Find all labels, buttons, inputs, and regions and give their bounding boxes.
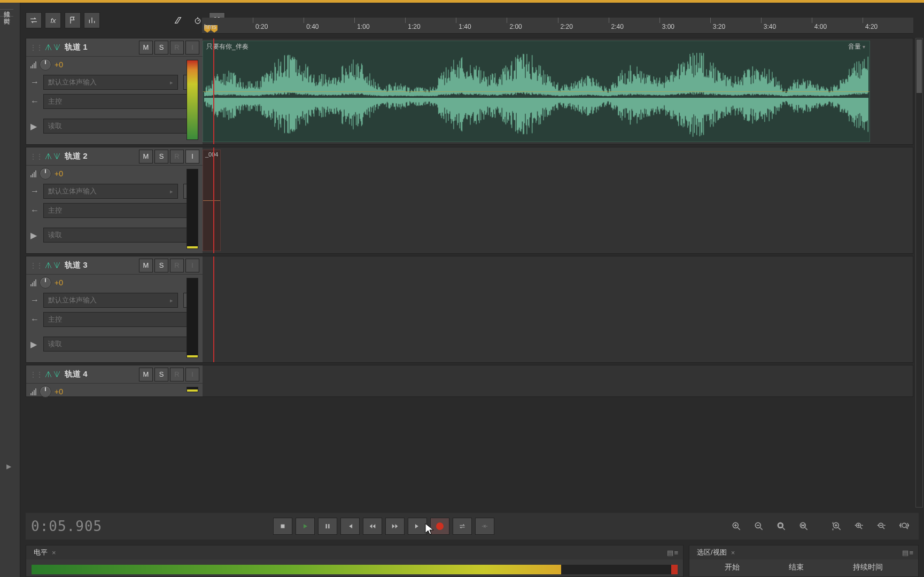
zoom-out-time-button[interactable] — [873, 518, 891, 534]
input-dropdown[interactable]: 默认立体声输入 — [43, 184, 178, 199]
play-button[interactable] — [296, 518, 315, 535]
selection-tab-close[interactable]: × — [731, 549, 735, 557]
levels-button[interactable] — [84, 12, 100, 28]
skip-selection-button[interactable] — [475, 518, 494, 535]
track-lane[interactable]: 只要有你_伴奏 音量 — [203, 38, 913, 144]
recording-clip[interactable]: _004 — [203, 150, 221, 251]
track-grip[interactable]: ⋮⋮ — [29, 261, 42, 270]
skip-start-button[interactable] — [340, 518, 360, 535]
monitor-input-button[interactable]: I — [185, 41, 199, 54]
pause-button[interactable] — [318, 518, 337, 535]
forward-button[interactable] — [385, 518, 405, 535]
selection-tab[interactable]: 选区/视图 — [694, 547, 730, 558]
track-2: ⋮⋮ ⩚⩛ 轨道 2 M S R I +0 →默认立体声输入 ←主控 ▶读取 _… — [26, 147, 913, 254]
levels-tab-close[interactable]: × — [52, 549, 56, 557]
zoom-full-button[interactable] — [895, 518, 913, 534]
loop-playback-button[interactable] — [453, 518, 472, 535]
zoom-in-button[interactable] — [727, 518, 746, 534]
automation-dropdown[interactable]: 读取 — [43, 228, 198, 243]
monitor-input-button[interactable]: I — [185, 368, 199, 381]
output-dropdown[interactable]: 主控 — [43, 312, 198, 327]
track-grip[interactable]: ⋮⋮ — [29, 152, 42, 161]
timeline-ruler[interactable]: hms 0:200:401:001:201:402:002:202:403:00… — [202, 18, 913, 34]
mute-button[interactable]: M — [139, 259, 153, 272]
track-name[interactable]: 轨道 3 — [65, 260, 137, 270]
zoom-in-time-button[interactable] — [850, 518, 868, 534]
track-meter — [187, 60, 198, 140]
track-lane[interactable]: _004 — [203, 147, 913, 253]
levels-panel-menu[interactable]: ▤≡ — [667, 549, 679, 557]
mute-button[interactable]: M — [139, 150, 153, 163]
automation-play-icon[interactable]: ▶ — [30, 121, 40, 131]
ruler-mark: 0:20 — [253, 18, 268, 23]
input-dropdown[interactable]: 默认立体声输入 — [43, 293, 178, 308]
rewind-button[interactable] — [363, 518, 382, 535]
pan-knob[interactable] — [40, 386, 51, 397]
arm-record-button[interactable]: R — [170, 259, 184, 272]
zoom-out-button[interactable] — [750, 518, 768, 534]
arm-record-button[interactable]: R — [170, 368, 184, 381]
mute-button[interactable]: M — [139, 41, 153, 54]
pan-knob[interactable] — [40, 168, 51, 180]
gain-value[interactable]: +0 — [55, 387, 63, 396]
vertical-scrollbar[interactable] — [915, 38, 923, 508]
playhead[interactable] — [213, 38, 214, 144]
left-expand-icon[interactable]: ▶ — [6, 463, 11, 470]
zoom-selection-button[interactable] — [795, 518, 813, 534]
solo-button[interactable]: S — [154, 368, 168, 381]
gain-value[interactable]: +0 — [55, 169, 63, 178]
zoom-in-vertical-button[interactable] — [828, 518, 846, 534]
tracks-area: ⋮⋮ ⩚⩛ 轨道 1 M S R I +0 →默认立体声输入 ←主控 ▶读取 只… — [26, 38, 913, 508]
zoom-fit-button[interactable] — [772, 518, 790, 534]
loop-toggle-button[interactable] — [26, 12, 42, 28]
track-meter — [187, 169, 198, 249]
solo-button[interactable]: S — [154, 259, 168, 272]
left-tab-2[interactable]: 类时 — [0, 10, 13, 17]
marker-button[interactable] — [65, 12, 81, 28]
track-name[interactable]: 轨道 4 — [65, 369, 137, 379]
clip-volume-menu[interactable]: 音量 — [848, 42, 865, 51]
automation-dropdown[interactable]: 读取 — [43, 119, 198, 134]
playhead[interactable] — [213, 147, 214, 253]
automation-play-icon[interactable]: ▶ — [30, 230, 40, 240]
track-lane[interactable] — [203, 365, 913, 396]
ruler-mark: 1:00 — [354, 18, 369, 23]
track-name[interactable]: 轨道 2 — [65, 151, 137, 161]
automation-dropdown[interactable]: 读取 — [43, 337, 198, 352]
skew-button[interactable] — [170, 12, 186, 28]
svg-point-0 — [195, 19, 200, 24]
stop-button[interactable] — [273, 518, 292, 535]
track-grip[interactable]: ⋮⋮ — [29, 43, 42, 52]
output-dropdown[interactable]: 主控 — [43, 203, 198, 218]
input-dropdown[interactable]: 默认立体声输入 — [43, 75, 178, 90]
pan-knob[interactable] — [40, 277, 51, 288]
arm-record-button[interactable]: R — [170, 41, 184, 54]
automation-play-icon[interactable]: ▶ — [30, 339, 40, 349]
timecode[interactable]: 0:05.905 — [31, 518, 102, 534]
svg-rect-6 — [328, 524, 329, 528]
ruler-mark: 2:00 — [507, 18, 522, 23]
audio-clip[interactable]: 只要有你_伴奏 音量 — [203, 41, 870, 142]
gain-value[interactable]: +0 — [55, 278, 63, 287]
input-icon: → — [30, 77, 40, 87]
track-grip[interactable]: ⋮⋮ — [29, 370, 42, 379]
selection-panel-menu[interactable]: ▤≡ — [902, 549, 914, 557]
gain-value[interactable]: +0 — [55, 60, 63, 69]
track-lane[interactable] — [203, 256, 913, 362]
solo-button[interactable]: S — [154, 41, 168, 54]
ruler-mark: 4:00 — [812, 18, 827, 23]
levels-tab[interactable]: 电平 — [30, 547, 51, 558]
playhead[interactable] — [213, 256, 214, 362]
col-duration: 持续时间 — [853, 563, 883, 572]
arm-record-button[interactable]: R — [170, 150, 184, 163]
track-name[interactable]: 轨道 1 — [65, 42, 137, 52]
output-dropdown[interactable]: 主控 — [43, 94, 198, 109]
monitor-input-button[interactable]: I — [185, 150, 199, 163]
monitor-input-button[interactable]: I — [185, 259, 199, 272]
solo-button[interactable]: S — [154, 150, 168, 163]
pan-knob[interactable] — [40, 59, 51, 71]
left-tab-1[interactable]: 持续 — [0, 3, 13, 10]
mute-button[interactable]: M — [139, 368, 153, 381]
fx-button[interactable]: fx — [45, 12, 61, 28]
clip2-label: _004 — [205, 151, 218, 158]
